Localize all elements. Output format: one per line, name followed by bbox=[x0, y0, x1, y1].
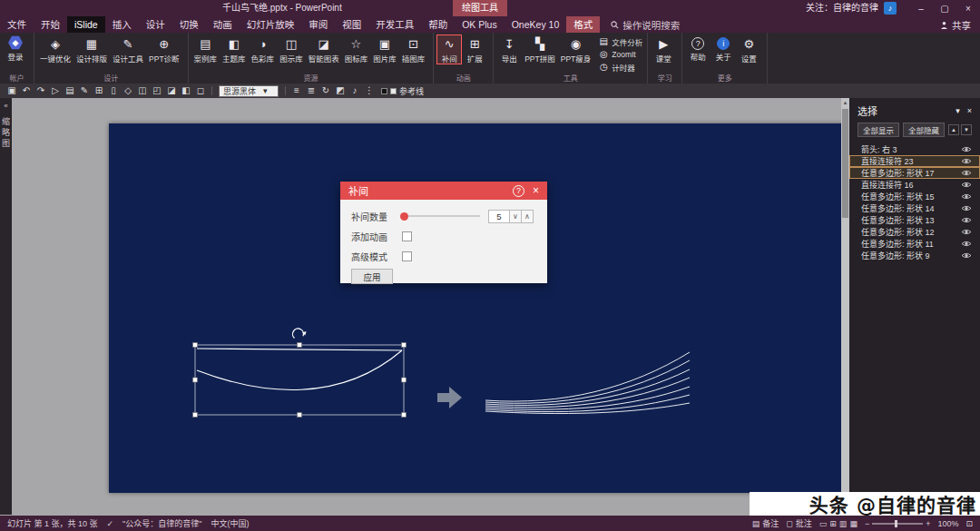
tab-developer[interactable]: 开发工具 bbox=[368, 16, 421, 33]
eye-icon[interactable] bbox=[961, 192, 972, 201]
move-up-button[interactable]: ▲ bbox=[948, 124, 959, 135]
add-animation-checkbox[interactable] bbox=[402, 231, 412, 241]
fit-to-window-icon[interactable]: ⊡ bbox=[965, 519, 973, 528]
tween-count-input[interactable]: 5 bbox=[488, 210, 510, 223]
slide-canvas[interactable] bbox=[109, 123, 851, 493]
outline-color-icon[interactable]: ◻ bbox=[193, 84, 208, 98]
slider-thumb[interactable] bbox=[400, 212, 408, 221]
eye-icon[interactable] bbox=[961, 251, 972, 260]
spinner-up-button[interactable]: ∧ bbox=[522, 210, 534, 223]
comments-toggle[interactable]: ◻ 批注 bbox=[786, 517, 812, 529]
export-button[interactable]: ↧ 导出 bbox=[496, 34, 522, 64]
align-icon[interactable]: ≡ bbox=[289, 84, 304, 98]
color-library-button[interactable]: ◑ 色彩库 bbox=[249, 34, 278, 64]
tab-home[interactable]: 开始 bbox=[34, 16, 67, 33]
tab-islide[interactable]: iSlide bbox=[67, 16, 105, 33]
hide-all-button[interactable]: 全部隐藏 bbox=[903, 123, 945, 137]
more-tools-icon[interactable]: ⋮ bbox=[362, 84, 377, 98]
minimize-button[interactable]: – bbox=[909, 0, 933, 16]
diagram-library-button[interactable]: ◫ 图示库 bbox=[277, 34, 306, 64]
tab-transitions[interactable]: 切换 bbox=[172, 16, 206, 33]
file-analysis-button[interactable]: ▤ 文件分析 bbox=[596, 35, 644, 47]
zoom-in-button[interactable]: + bbox=[926, 519, 930, 528]
layer-connector-23[interactable]: 直接连接符 23 bbox=[849, 155, 980, 167]
restore-button[interactable]: ▢ bbox=[933, 0, 956, 16]
tab-format[interactable]: 格式 bbox=[566, 16, 600, 33]
expand-chevron-icon[interactable]: « bbox=[4, 103, 7, 110]
distribute-icon[interactable]: ≣ bbox=[304, 84, 318, 98]
case-library-button[interactable]: ▤ 案例库 bbox=[191, 34, 220, 64]
layer-arrow-right-3[interactable]: 箭头: 右 3 bbox=[849, 143, 980, 155]
design-tools-button[interactable]: ✎ 设计工具 bbox=[110, 34, 146, 64]
freeform-curve-shape[interactable] bbox=[197, 350, 402, 389]
tween-dialog-header[interactable]: 补间 ? × bbox=[340, 182, 547, 200]
tab-design[interactable]: 设计 bbox=[139, 16, 172, 33]
slide-sorter-icon[interactable]: ⊞ bbox=[829, 519, 837, 528]
thumbnail-pane-collapsed[interactable]: « 缩略图 bbox=[0, 98, 12, 515]
group-icon[interactable]: ◩ bbox=[333, 84, 348, 98]
reading-view-icon[interactable]: ▥ bbox=[839, 519, 848, 528]
fill-color-icon[interactable]: ◧ bbox=[179, 84, 193, 98]
zoom-slider[interactable] bbox=[872, 523, 923, 525]
illustration-library-button[interactable]: ⊡ 插图库 bbox=[399, 34, 428, 64]
shapes-icon[interactable]: ◇ bbox=[121, 84, 135, 98]
language-indicator[interactable]: 中文(中国) bbox=[211, 517, 249, 529]
show-all-button[interactable]: 全部显示 bbox=[858, 123, 899, 137]
guides-toggle[interactable]: 参考线 bbox=[381, 85, 424, 97]
eye-icon[interactable] bbox=[961, 145, 972, 153]
spinner-down-button[interactable]: ∨ bbox=[510, 210, 522, 223]
tab-onekey-10[interactable]: OneKey 10 bbox=[505, 16, 567, 33]
zoomit-button[interactable]: ◎ ZoomIt bbox=[596, 48, 644, 60]
undo-icon[interactable]: ↶ bbox=[19, 84, 34, 98]
save-icon[interactable]: ▣ bbox=[5, 84, 19, 98]
help-icon[interactable]: ? bbox=[513, 185, 524, 197]
picture-icon[interactable]: ◰ bbox=[150, 84, 164, 98]
slideshow-view-icon[interactable]: ▦ bbox=[849, 519, 858, 528]
settings-button[interactable]: ⚙ 设置 bbox=[736, 34, 761, 64]
eye-icon[interactable] bbox=[961, 181, 972, 189]
vertical-scrollbar[interactable]: ▲ bbox=[841, 98, 849, 515]
design-layout-button[interactable]: ▦ 设计排版 bbox=[74, 34, 110, 64]
tween-count-slider[interactable] bbox=[400, 215, 480, 217]
islide-login-button[interactable]: ◆ 登录 bbox=[3, 34, 28, 63]
tab-file[interactable]: 文件 bbox=[0, 16, 34, 33]
new-slide-icon[interactable]: ⊞ bbox=[92, 84, 106, 98]
close-icon[interactable]: × bbox=[533, 185, 539, 196]
tab-review[interactable]: 审阅 bbox=[301, 16, 335, 33]
one-click-optimize-button[interactable]: ◈ 一键优化 bbox=[37, 34, 74, 64]
format-painter-icon[interactable]: ✎ bbox=[77, 84, 92, 98]
close-button[interactable]: × bbox=[956, 0, 980, 16]
apply-button[interactable]: 应用 bbox=[351, 269, 393, 284]
advanced-mode-checkbox[interactable] bbox=[402, 251, 412, 261]
about-button[interactable]: i 关于 bbox=[710, 34, 736, 64]
zoom-out-button[interactable]: − bbox=[865, 519, 869, 528]
slide[interactable]: 补间 ? × 补间数量 5 ∨ ∧ 添加动画 bbox=[109, 123, 851, 493]
pane-options-icon[interactable]: ▾ bbox=[956, 106, 960, 115]
eye-icon[interactable] bbox=[961, 204, 972, 212]
theme-library-button[interactable]: ◧ 主题库 bbox=[220, 34, 249, 64]
help-button[interactable]: ? 帮助 bbox=[685, 34, 710, 64]
icon-library-button[interactable]: ☆ 图标库 bbox=[342, 34, 371, 64]
move-down-button[interactable]: ▼ bbox=[961, 124, 972, 135]
picture-library-button[interactable]: ▣ 图片库 bbox=[370, 34, 399, 64]
normal-view-icon[interactable]: ▭ bbox=[819, 519, 828, 528]
layer-freeform-14[interactable]: 任意多边形: 形状 14 bbox=[849, 202, 980, 214]
straight-connector-shape[interactable] bbox=[197, 349, 402, 350]
spellcheck-icon[interactable]: ✓ bbox=[107, 519, 114, 528]
start-slideshow-icon[interactable]: ▷ bbox=[48, 84, 63, 98]
rotation-handle[interactable] bbox=[292, 329, 306, 339]
layer-freeform-11[interactable]: 任意多边形: 形状 11 bbox=[849, 238, 980, 250]
scroll-up-icon[interactable]: ▲ bbox=[841, 98, 849, 107]
layer-freeform-12[interactable]: 任意多边形: 形状 12 bbox=[849, 226, 980, 238]
layer-freeform-15[interactable]: 任意多边形: 形状 15 bbox=[849, 191, 980, 202]
zoom-slider-thumb[interactable] bbox=[895, 520, 897, 527]
zoom-level[interactable]: 100% bbox=[937, 519, 958, 528]
font-select[interactable]: 思源黑体 ▾ bbox=[219, 85, 279, 97]
tab-slideshow[interactable]: 幻灯片放映 bbox=[240, 16, 302, 33]
account-avatar[interactable]: ♪ bbox=[884, 2, 897, 15]
notes-toggle[interactable]: ▤ 备注 bbox=[752, 517, 779, 529]
tab-animations[interactable]: 动画 bbox=[206, 16, 240, 33]
timer-button[interactable]: ◷ 计时器 bbox=[596, 61, 644, 73]
eye-icon[interactable] bbox=[961, 240, 972, 248]
scrollbar-thumb[interactable] bbox=[842, 109, 848, 218]
